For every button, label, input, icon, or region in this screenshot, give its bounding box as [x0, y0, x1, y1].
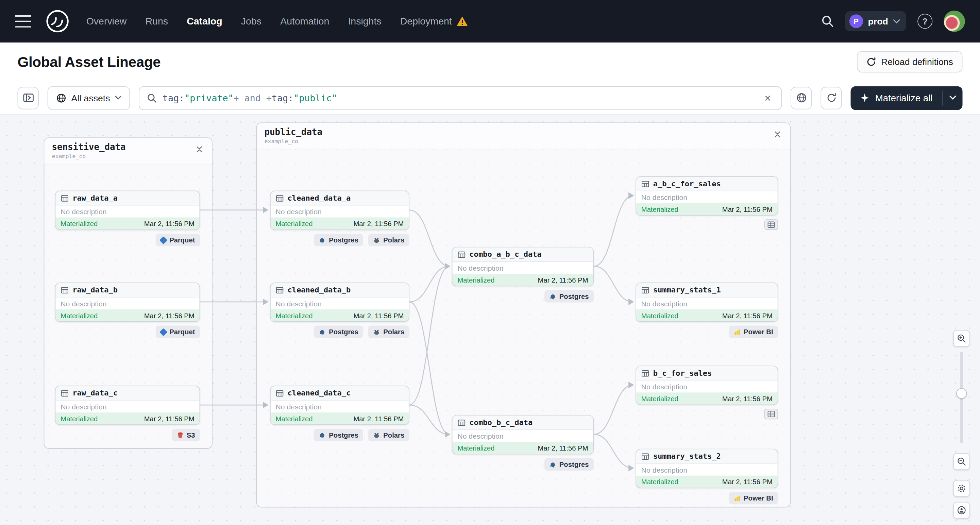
materialized-status[interactable]: Materialized: [60, 415, 98, 422]
materialized-time[interactable]: Mar 2, 11:56 PM: [538, 276, 588, 283]
nav-item-jobs[interactable]: Jobs: [241, 16, 261, 27]
app-root: Overview Runs Catalog Jobs Automation In…: [0, 0, 980, 525]
tag-polars[interactable]: Polars: [368, 326, 409, 338]
materialized-time[interactable]: Mar 2, 11:56 PM: [144, 415, 194, 422]
asset-scope-dropdown[interactable]: All assets: [48, 86, 130, 110]
tag-polars[interactable]: Polars: [368, 429, 409, 441]
refresh-icon: [826, 92, 837, 103]
tag-polars[interactable]: Polars: [368, 234, 409, 246]
asset-node-combo_b_c_data[interactable]: combo_b_c_data No description Materializ…: [452, 415, 594, 454]
zoom-slider-knob[interactable]: [956, 388, 967, 399]
materialized-time[interactable]: Mar 2, 11:56 PM: [144, 312, 194, 319]
dagster-logo-icon[interactable]: [45, 9, 70, 34]
zoom-slider[interactable]: [960, 352, 963, 443]
nav-item-catalog[interactable]: Catalog: [187, 16, 222, 27]
nav-item-insights[interactable]: Insights: [348, 16, 381, 27]
materialized-time[interactable]: Mar 2, 11:56 PM: [722, 312, 773, 319]
clear-query-icon[interactable]: ✕: [762, 91, 774, 105]
recenter-button[interactable]: [953, 502, 970, 519]
materialized-time[interactable]: Mar 2, 11:56 PM: [353, 312, 404, 319]
asset-node-raw_data_b[interactable]: raw_data_b No description MaterializedMa…: [55, 283, 200, 322]
tag-parquet[interactable]: Parquet: [156, 326, 200, 338]
asset-node-combo_a_b_c_data[interactable]: combo_a_b_c_data No description Material…: [452, 247, 594, 286]
materialized-status[interactable]: Materialized: [641, 312, 678, 319]
materialized-status[interactable]: Materialized: [457, 276, 495, 283]
deployment-switcher[interactable]: P prod: [845, 11, 907, 31]
materialized-status[interactable]: Materialized: [60, 220, 98, 227]
lineage-canvas[interactable]: sensitive_data example_co public_data ex…: [0, 115, 980, 525]
asset-node-cleaned_data_c[interactable]: cleaned_data_c No description Materializ…: [270, 386, 409, 425]
materialized-time[interactable]: Mar 2, 11:56 PM: [722, 205, 773, 213]
asset-description: No description: [270, 401, 409, 412]
postgres-icon: [319, 328, 326, 335]
tag-parquet[interactable]: Parquet: [156, 234, 200, 246]
help-icon[interactable]: ?: [918, 14, 932, 29]
nav-item-overview[interactable]: Overview: [86, 16, 127, 27]
materialized-time[interactable]: Mar 2, 11:56 PM: [722, 478, 773, 485]
asset-description: No description: [56, 206, 200, 218]
materialized-status[interactable]: Materialized: [457, 444, 495, 452]
tag-label: S3: [187, 431, 195, 439]
tag-powerbi[interactable]: Power BI: [729, 326, 778, 338]
selection-syntax-globe-button[interactable]: [791, 87, 812, 109]
asset-node-raw_data_a[interactable]: raw_data_a No description MaterializedMa…: [55, 191, 200, 230]
asset-node-b_c_for_sales[interactable]: b_c_for_sales No description Materialize…: [636, 366, 778, 405]
asset-node-raw_data_c[interactable]: raw_data_c No description MaterializedMa…: [55, 386, 200, 425]
reload-definitions-button[interactable]: Reload definitions: [857, 51, 963, 72]
asset-selection-input[interactable]: tag:"private"+ and +tag:"public" ✕: [139, 86, 782, 110]
materialized-status[interactable]: Materialized: [641, 205, 678, 213]
materialized-time[interactable]: Mar 2, 11:56 PM: [722, 395, 773, 402]
nav-item-deployment[interactable]: Deployment: [400, 16, 468, 27]
reload-icon: [866, 57, 876, 67]
asset-name: combo_a_b_c_data: [469, 250, 541, 259]
tag-postgres[interactable]: Postgres: [544, 458, 594, 471]
user-avatar[interactable]: [943, 11, 965, 32]
asset-description: No description: [270, 206, 409, 218]
table-icon: [60, 389, 69, 397]
polars-icon: [373, 431, 380, 438]
asset-node-summary_stats_2[interactable]: summary_stats_2 No description Materiali…: [636, 449, 778, 488]
asset-description: No description: [636, 380, 777, 392]
table-icon: [457, 250, 466, 258]
tag-powerbi[interactable]: Power BI: [729, 492, 778, 504]
tag-s3[interactable]: S3: [172, 429, 200, 441]
polars-icon: [373, 328, 380, 335]
materialized-time[interactable]: Mar 2, 11:56 PM: [353, 220, 404, 227]
tag-postgres[interactable]: Postgres: [314, 429, 363, 441]
asset-node-cleaned_data_a[interactable]: cleaned_data_a No description Materializ…: [270, 191, 409, 230]
open-left-panel-button[interactable]: [18, 87, 38, 109]
tag-label: Postgres: [329, 328, 358, 336]
materialized-time[interactable]: Mar 2, 11:56 PM: [538, 444, 588, 452]
materialize-all-button[interactable]: Materialize all: [851, 86, 942, 110]
materialized-time[interactable]: Mar 2, 11:56 PM: [353, 415, 404, 422]
search-icon[interactable]: [821, 15, 834, 27]
zoom-in-button[interactable]: [953, 330, 970, 347]
materialized-status[interactable]: Materialized: [60, 312, 98, 319]
tag-postgres[interactable]: Postgres: [314, 234, 363, 246]
materialized-status[interactable]: Materialized: [276, 312, 313, 319]
zoom-out-button[interactable]: [953, 453, 970, 470]
graph-settings-button[interactable]: [953, 480, 970, 497]
asset-selection-query: tag:"private"+ and +tag:"public": [162, 93, 756, 103]
tag-postgres[interactable]: Postgres: [544, 290, 594, 302]
table-icon: [641, 180, 649, 188]
materialized-status[interactable]: Materialized: [641, 395, 678, 402]
asset-node-summary_stats_1[interactable]: summary_stats_1 No description Materiali…: [636, 283, 778, 322]
asset-node-a_b_c_for_sales[interactable]: a_b_c_for_sales No description Materiali…: [636, 176, 778, 216]
materialized-time[interactable]: Mar 2, 11:56 PM: [144, 220, 194, 227]
asset-node-cleaned_data_b[interactable]: cleaned_data_b No description Materializ…: [270, 283, 409, 322]
materialized-status[interactable]: Materialized: [276, 415, 313, 422]
refresh-graph-button[interactable]: [821, 87, 842, 109]
materialize-options-button[interactable]: [943, 86, 963, 110]
asset-scope-label: All assets: [72, 93, 110, 103]
csv-file-icon[interactable]: [764, 219, 778, 230]
hamburger-menu-icon[interactable]: [15, 15, 31, 27]
globe-icon: [56, 93, 66, 103]
asset-tags-cleaned_data_c: Postgres Polars: [314, 429, 409, 441]
tag-postgres[interactable]: Postgres: [314, 326, 363, 338]
materialized-status[interactable]: Materialized: [641, 478, 678, 485]
nav-item-runs[interactable]: Runs: [146, 16, 168, 27]
nav-item-automation[interactable]: Automation: [280, 16, 329, 27]
materialized-status[interactable]: Materialized: [276, 220, 313, 227]
csv-file-icon[interactable]: [764, 409, 778, 419]
